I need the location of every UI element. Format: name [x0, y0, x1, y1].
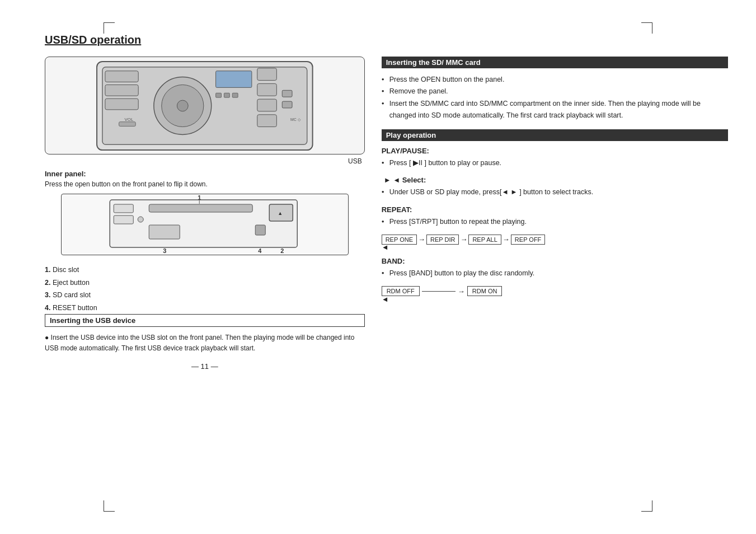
svg-text:VOL: VOL	[124, 117, 133, 122]
svg-text:4: 4	[258, 247, 262, 254]
sd-bullet-3: Insert the SD/MMC card into SD/MMC compa…	[382, 98, 728, 122]
svg-point-24	[138, 217, 143, 222]
play-pause-bullets: Press [ ▶II ] button to play or pause.	[382, 157, 728, 169]
inner-panel-label: Inner panel:	[45, 170, 365, 178]
svg-point-4	[177, 100, 188, 111]
repeat-bullets: Press [ST/RPT] button to repeat the play…	[382, 216, 728, 228]
rdm-on-box: RDM ON	[467, 286, 503, 296]
svg-rect-25	[149, 204, 252, 212]
page-title: USB/SD operation	[45, 34, 711, 46]
select-bullet: Under USB or SD play mode, press[◄ ► ] b…	[382, 186, 728, 198]
svg-rect-18	[224, 93, 229, 97]
svg-rect-7	[105, 99, 138, 110]
part-3: 3. SD card slot	[45, 289, 365, 302]
select-arrow-label: ► ◄ Select:	[382, 176, 728, 184]
rdm-back-arrow: ◄	[382, 295, 389, 303]
svg-rect-11	[257, 83, 277, 96]
svg-rect-27	[149, 225, 180, 239]
page-number: — 11 —	[45, 362, 365, 371]
svg-rect-6	[105, 85, 138, 96]
band-bullet: Press [BAND] button to play the disc ran…	[382, 268, 728, 279]
svg-rect-12	[257, 99, 277, 111]
svg-rect-15	[282, 101, 292, 108]
svg-rect-13	[257, 115, 277, 127]
band-title: BAND:	[382, 257, 728, 265]
panel-diagram: 1 ▲ 3 4 2	[61, 194, 349, 255]
rep-off-box: REP OFF	[511, 235, 545, 245]
rep-arrow-3: →	[503, 235, 510, 243]
repeat-bullet: Press [ST/RPT] button to repeat the play…	[382, 216, 728, 228]
play-pause-bullet: Press [ ▶II ] button to play or pause.	[382, 157, 728, 169]
rdm-line	[422, 291, 456, 292]
svg-rect-28	[255, 225, 265, 235]
svg-rect-17	[216, 93, 222, 97]
usb-label: USB	[45, 157, 365, 165]
band-bullets: Press [BAND] button to play the disc ran…	[382, 268, 728, 279]
svg-rect-16	[216, 71, 252, 88]
svg-text:2: 2	[280, 247, 284, 254]
svg-rect-5	[105, 71, 138, 82]
svg-text:MC ◇: MC ◇	[290, 118, 301, 121]
part-4: 4. RESET button	[45, 302, 365, 315]
device-top-image: VOL MC ◇	[45, 57, 365, 154]
parts-list: 1. Disc slot 2. Eject button 3. SD card …	[45, 264, 365, 314]
inserting-sd-section: Inserting the SD/ MMC card Press the OPE…	[382, 57, 728, 121]
rep-arrow-1: →	[418, 235, 425, 243]
play-pause-title: PLAY/PAUSE:	[382, 147, 728, 155]
inner-panel-description: Press the open button on the front panel…	[45, 180, 365, 188]
svg-rect-14	[282, 90, 292, 97]
play-operation-section: Play operation PLAY/PAUSE: Press [ ▶II ]…	[382, 129, 728, 296]
part-2: 2. Eject button	[45, 277, 365, 289]
inserting-usb-section: Inserting the USB device ● Insert the US…	[45, 314, 365, 354]
select-bullets: Under USB or SD play mode, press[◄ ► ] b…	[382, 186, 728, 198]
sd-bullet-1: Press the OPEN button on the panel.	[382, 74, 728, 86]
rep-all-box: REP ALL	[468, 235, 501, 245]
rdm-arrow: →	[458, 287, 465, 296]
svg-rect-10	[257, 68, 277, 81]
svg-rect-19	[232, 93, 238, 97]
inserting-sd-header: Inserting the SD/ MMC card	[382, 57, 728, 68]
left-column: VOL MC ◇	[45, 57, 365, 490]
inserting-usb-text: ● Insert the USB device into the USB slo…	[45, 332, 365, 354]
sd-bullet-2: Remove the panel.	[382, 86, 728, 97]
right-column: Inserting the SD/ MMC card Press the OPE…	[382, 57, 728, 490]
svg-rect-22	[114, 204, 133, 213]
play-operation-header: Play operation	[382, 129, 728, 141]
inserting-sd-bullets: Press the OPEN button on the panel. Remo…	[382, 74, 728, 121]
inserting-usb-header: Inserting the USB device	[45, 314, 365, 327]
rdm-diagram: RDM OFF → RDM ON ◄	[382, 286, 728, 296]
svg-text:1: 1	[198, 194, 201, 201]
rep-arrow-2: →	[460, 235, 467, 243]
svg-text:3: 3	[163, 247, 166, 254]
svg-rect-9	[119, 122, 136, 127]
part-1: 1. Disc slot	[45, 264, 365, 277]
rep-dir-box: REP DIR	[426, 235, 459, 245]
page: USB/SD operation	[0, 0, 756, 534]
repeat-title: REPEAT:	[382, 205, 728, 214]
two-column-layout: VOL MC ◇	[45, 57, 711, 490]
rep-back-arrow: ◄	[382, 243, 389, 251]
svg-rect-23	[114, 216, 133, 224]
svg-text:▲: ▲	[278, 210, 283, 216]
repeat-diagram: REP ONE → REP DIR → REP ALL → REP OFF ◄	[382, 235, 728, 245]
